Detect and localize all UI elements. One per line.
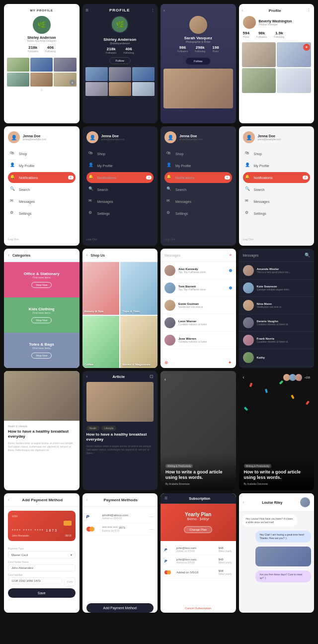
cvv-input[interactable]: CVV: [64, 577, 75, 586]
menu-item-messages[interactable]: ✉Messages: [8, 196, 76, 207]
paypal-more-icon[interactable]: ⋯: [150, 515, 154, 519]
cat-kids-shop-btn[interactable]: Shop Now: [31, 317, 52, 323]
sub-paypal-2-amount: $48 Billed yearly: [219, 558, 232, 564]
lgray-menu-user-details: Jenna Doe jenna@example.com: [258, 134, 281, 141]
dark-msg-nina[interactable]: Nina Mann Vestibulum nec erat ut.: [239, 297, 315, 314]
dark-menu-search[interactable]: 🔍Search: [86, 184, 154, 195]
more-icon[interactable]: ⋮: [151, 8, 155, 12]
article-back-icon[interactable]: ‹: [86, 374, 88, 379]
add-payment-btn-wrap: Add Payment Method: [82, 601, 158, 613]
add-payment-method-btn[interactable]: Add Payment Method: [86, 603, 154, 613]
msg-tom[interactable]: Tom Barnett Top. Top FullName clone: [160, 279, 236, 297]
gray-menu-messages[interactable]: ✉Messages: [164, 196, 232, 207]
profile-dark-cell: ☰ PROFILE ⋮ 🌿 Shirley Anderson @shirleya…: [82, 4, 158, 123]
menu-icon[interactable]: ☰: [85, 8, 88, 12]
paypal-item[interactable]: P johnlhl@abcco.com Added on 05/5/18 ⋯: [86, 511, 154, 523]
cancel-subscription-btn[interactable]: Cancel Subscription: [160, 604, 236, 613]
menu-item-shop[interactable]: 🛍Shop: [8, 148, 76, 159]
menu-item-search[interactable]: 🔍Search: [8, 184, 76, 195]
mastercard-item[interactable]: **** **** **** 1873 Expires on 5/23 ⋯: [86, 523, 154, 536]
overlay-back-icon[interactable]: ‹: [164, 374, 166, 383]
p4-posts: 594 Posts: [243, 31, 249, 38]
cat-office[interactable]: Office & Stationary Find more items Shop…: [4, 262, 80, 297]
shop-books[interactable]: Books & Magazines: [120, 316, 158, 368]
dark-msg-amanda[interactable]: Amanda Wexler This is a very good place …: [239, 262, 315, 279]
gray-menu-profile[interactable]: 👤My Profile: [164, 160, 232, 171]
p4-add-button[interactable]: +: [303, 44, 310, 51]
shop-coffee[interactable]: Coffee: [82, 316, 120, 368]
lgray-menu-messages[interactable]: ✉Messages: [243, 196, 311, 207]
dark-menu-profile[interactable]: 👤My Profile: [86, 160, 154, 171]
cardholder-input[interactable]: John Alexanderz: [8, 564, 76, 571]
sub-paypal-2[interactable]: P john@bco.com Added on 5/5/18 $48 Bille…: [164, 555, 232, 567]
dark-msg-kate[interactable]: Kate Swanson Quisque volutpat augue enim…: [239, 279, 315, 297]
lgray-menu-profile[interactable]: 👤My Profile: [243, 160, 311, 171]
lgray-logout-link[interactable]: Log Out: [243, 238, 311, 241]
dark-photo-1: [85, 67, 108, 81]
sub-plan-name: Yearly Plan: [165, 512, 231, 517]
msg-jose[interactable]: Jose Warren Curabitur lobortis ut lorem: [160, 332, 236, 349]
shopus-back-icon[interactable]: ‹: [86, 253, 88, 258]
gray-menu-shop[interactable]: 🛍Shop: [164, 148, 232, 159]
dark-menu-user: 👤 Jenna Doe jenna@example.com: [86, 131, 154, 143]
cat-kids-label: Kids Clothing: [29, 307, 55, 311]
msg-alex[interactable]: Alex Kennedy Top. Top FullName clone: [160, 262, 236, 279]
msgs-search-icon[interactable]: ✦: [228, 360, 232, 365]
gray-menu-settings[interactable]: ⚙Settings: [164, 208, 232, 219]
back-icon[interactable]: ‹: [163, 8, 165, 13]
follow-button[interactable]: Follow: [109, 57, 131, 64]
menu-item-profile[interactable]: 👤My Profile: [8, 160, 76, 171]
payment-type-select[interactable]: Master Card ▾: [8, 551, 76, 558]
add-payment-header: ‹ Add Payment Method: [4, 493, 80, 507]
dark-msg-dennis[interactable]: Dennis Vaughn Curabitur lobortis ut lore…: [239, 314, 315, 332]
save-button[interactable]: Save: [8, 588, 76, 598]
sub-paypal-1[interactable]: P john@bco.com Added on 5/5/18 $48 Bille…: [164, 544, 232, 555]
msgs-add-icon[interactable]: +: [229, 253, 232, 258]
profile-light-cell: MY PROFILE 🌿 Shirley Anderson Mobile App…: [4, 4, 80, 123]
change-plan-btn[interactable]: Change Plan: [184, 526, 212, 533]
dark-logout-link[interactable]: Log Out: [86, 238, 154, 241]
article-more-icon[interactable]: ⊡: [150, 374, 154, 379]
cardnum-input[interactable]: 1238 2392 3489 1873: [8, 577, 62, 584]
shop-tops[interactable]: Tops & Tees: [120, 262, 158, 315]
gray-menu-notifications[interactable]: 🔔Notifications4: [164, 172, 232, 183]
shop-beauty[interactable]: Beauty & Spa: [82, 262, 120, 315]
menu-item-notifications-active[interactable]: 🔔Notifications4: [8, 172, 76, 183]
lgray-notif-icon: 🔔: [245, 175, 251, 181]
msg-essie-details: Essie Guzman Vestibulum nec erat ut: [178, 302, 232, 308]
logout-link[interactable]: Log Out: [8, 238, 76, 241]
cat-office-shop-btn[interactable]: Shop Now: [31, 282, 52, 288]
dark-menu-shop[interactable]: 🛍Shop: [86, 148, 154, 159]
p4-photo-3: [242, 68, 276, 93]
sub-mastercard[interactable]: Added on 5/5/18 $48 Billed yearly: [164, 567, 232, 578]
confetti-back-icon[interactable]: ‹: [243, 375, 244, 380]
msg-leon[interactable]: Leon Warner Curabitur lobortis ut lorem: [160, 314, 236, 332]
menu-item-settings[interactable]: ⚙Settings: [8, 208, 76, 219]
dark-msg-kathy[interactable]: Kathy: [239, 349, 315, 367]
gray-logout-label[interactable]: Log Out: [164, 238, 232, 241]
dark-msgs-search-icon[interactable]: 🔍: [305, 253, 310, 258]
msgs-compose-icon[interactable]: ⊕: [164, 360, 168, 365]
cat-kids[interactable]: Kids Clothing Find more items Shop Now: [4, 297, 80, 333]
lgray-menu-notifications[interactable]: 🔔Notifications6: [243, 172, 311, 183]
p4-more-icon[interactable]: ⋮: [307, 8, 311, 13]
dark-menu-messages[interactable]: ✉Messages: [86, 196, 154, 207]
p3-follow-button[interactable]: Follow: [186, 58, 210, 65]
cat-totes-shop-btn[interactable]: Shop Now: [31, 353, 52, 359]
lgray-menu-settings[interactable]: ⚙Settings: [243, 208, 311, 219]
dark-menu-settings[interactable]: ⚙Settings: [86, 208, 154, 219]
gray-menu-search[interactable]: 🔍Search: [164, 184, 232, 195]
chat-avatar: [300, 497, 310, 507]
msg-essie[interactable]: Essie Guzman Vestibulum nec erat ut: [160, 297, 236, 314]
mastercard-more-icon[interactable]: ⋯: [150, 527, 154, 532]
mastercard-logo: [86, 527, 98, 532]
dark-photo-grid: [85, 67, 155, 96]
dark-menu-notifications[interactable]: 🔔Notifications4: [86, 172, 154, 183]
sub-paypal-2-details: john@bco.com Added on 5/5/18: [176, 558, 219, 564]
cat-totes[interactable]: Totes & Bags Find more items Shop Now: [4, 333, 80, 368]
dark-msg-frank[interactable]: Frank Norris Curabitur lobortis ut lorem…: [239, 332, 315, 349]
lgray-menu-search[interactable]: 🔍Search: [243, 184, 311, 195]
more-photos-badge[interactable]: +: [70, 80, 76, 86]
cat-back-icon[interactable]: ‹: [8, 253, 9, 258]
lgray-menu-shop[interactable]: 🛍Shop: [243, 148, 311, 159]
